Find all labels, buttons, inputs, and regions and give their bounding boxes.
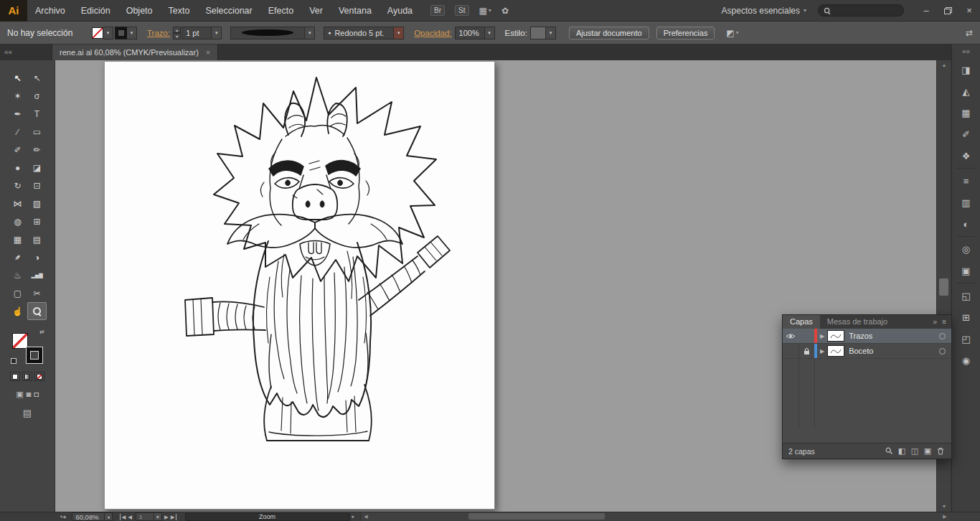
eyedropper-tool[interactable]: ✒: [8, 248, 27, 266]
menu-ayuda[interactable]: Ayuda: [380, 0, 420, 21]
toggle-panels-button[interactable]: ⇄: [966, 28, 973, 38]
lasso-tool[interactable]: σ: [27, 87, 47, 105]
symbol-sprayer-tool[interactable]: ♨: [8, 266, 27, 284]
cs-live-button[interactable]: ✿: [501, 6, 509, 16]
layer-target-circle[interactable]: [939, 333, 946, 339]
horizontal-scroll-thumb[interactable]: [468, 513, 605, 520]
status-flow-icon[interactable]: ↪: [60, 513, 66, 521]
swap-fill-stroke-icon[interactable]: ⇄: [39, 329, 44, 335]
menu-ver[interactable]: Ver: [301, 0, 331, 21]
blob-brush-tool[interactable]: ●: [8, 159, 27, 177]
shape-builder-tool[interactable]: ◍: [8, 212, 27, 230]
paintbrush-tool[interactable]: ✐: [8, 141, 27, 159]
color-guide-panel-icon[interactable]: ◭: [952, 80, 980, 102]
lock-toggle[interactable]: [798, 329, 814, 343]
bridge-button[interactable]: Br: [430, 5, 445, 16]
line-segment-tool[interactable]: ∕: [8, 123, 27, 141]
color-mode-button[interactable]: [10, 372, 20, 381]
gradient-mode-button[interactable]: [22, 372, 32, 381]
rotate-tool[interactable]: ↻: [8, 177, 27, 194]
layers-panel-icon[interactable]: ◱: [952, 285, 980, 306]
arrange-documents-button[interactable]: ▦ ▾: [479, 6, 491, 16]
stroke-indicator[interactable]: [27, 347, 42, 363]
collapse-toolbar-icon[interactable]: ««: [0, 44, 52, 60]
scale-tool[interactable]: ⊡: [27, 177, 47, 194]
draw-behind-button[interactable]: ◙: [27, 390, 32, 399]
menu-ventana[interactable]: Ventana: [331, 0, 380, 21]
new-sublayer-button[interactable]: ◫: [908, 446, 921, 456]
tab-capas[interactable]: Capas: [783, 315, 820, 329]
zoom-level-dropdown[interactable]: ▾: [105, 512, 113, 521]
minimize-button[interactable]: –: [915, 0, 937, 22]
layer-name[interactable]: Trazos: [849, 332, 939, 340]
artboard[interactable]: [104, 61, 495, 510]
width-profile-dropdown[interactable]: ▾: [305, 27, 315, 39]
menu-efecto[interactable]: Efecto: [260, 0, 301, 21]
mesh-tool[interactable]: ▦: [8, 230, 27, 248]
tab-close-icon[interactable]: ×: [206, 48, 210, 57]
width-profile-field[interactable]: [230, 27, 305, 39]
delete-layer-button[interactable]: [934, 447, 947, 455]
horizontal-scrollbar[interactable]: ◀ ▶: [360, 512, 950, 521]
zoom-level-field[interactable]: 60,08%: [72, 512, 105, 521]
column-graph-tool[interactable]: ▂▅▇: [27, 266, 47, 284]
brush-definition-dropdown[interactable]: ▾: [394, 27, 404, 39]
layer-thumbnail[interactable]: [827, 330, 844, 342]
opacity-panel-link[interactable]: Opacidad:: [414, 29, 451, 37]
layer-row-trazos[interactable]: ▶Trazos: [783, 329, 951, 344]
expand-layer-icon[interactable]: ▶: [820, 348, 824, 355]
scroll-left-icon[interactable]: ◀: [361, 512, 371, 521]
draw-inside-button[interactable]: ◘: [34, 390, 39, 399]
graphic-styles-panel-icon[interactable]: ▣: [952, 260, 980, 281]
last-artboard-button[interactable]: ▶: [171, 514, 176, 520]
fill-color-dropdown[interactable]: ▾: [103, 27, 113, 39]
preferences-button[interactable]: Preferencias: [656, 27, 715, 39]
first-artboard-button[interactable]: ◀: [120, 514, 126, 520]
rectangle-tool[interactable]: ▭: [27, 123, 47, 141]
stock-button[interactable]: St: [455, 5, 468, 16]
zoom-level-control[interactable]: 60,08% ▾: [72, 512, 113, 521]
style-swatch[interactable]: [530, 27, 546, 39]
fill-color-swatch[interactable]: [92, 27, 103, 39]
direct-selection-tool[interactable]: ↖: [27, 69, 47, 87]
selection-tool[interactable]: ↖: [8, 69, 27, 87]
menu-edicin[interactable]: Edición: [73, 0, 118, 21]
gradient-tool[interactable]: ▤: [27, 230, 47, 248]
stroke-color-dropdown[interactable]: ▾: [127, 27, 137, 39]
document-tab[interactable]: rene.ai al 60,08% (CMYK/Previsualizar) ×: [52, 44, 218, 60]
fit-document-button[interactable]: Ajustar documento: [569, 27, 649, 39]
artboards-panel-icon[interactable]: ⊞: [952, 306, 980, 328]
navigator-panel-icon[interactable]: ◰: [952, 328, 980, 349]
scroll-right-icon[interactable]: ▶: [940, 512, 950, 521]
workspace-switcher[interactable]: Aspectos esenciales ▾: [722, 6, 806, 16]
stroke-panel-link[interactable]: Trazo:: [147, 29, 170, 37]
layer-thumbnail[interactable]: [827, 345, 844, 357]
status-flyout-icon[interactable]: ▸: [352, 514, 355, 520]
tab-mesas-de-trabajo[interactable]: Mesas de trabajo: [820, 315, 895, 329]
zoom-tool[interactable]: [27, 302, 47, 320]
layer-row-boceto[interactable]: ▶Boceto: [783, 344, 951, 359]
opacity-field[interactable]: 100%: [455, 27, 485, 39]
layer-target-circle[interactable]: [939, 348, 946, 355]
artboard-tool[interactable]: ▢: [8, 284, 27, 302]
stepper-down-icon[interactable]: ▾: [173, 33, 181, 39]
perspective-grid-tool[interactable]: ⊞: [27, 212, 47, 230]
slice-tool[interactable]: ✂: [27, 284, 47, 302]
visibility-toggle[interactable]: [783, 329, 798, 343]
magic-wand-tool[interactable]: ✶: [8, 87, 27, 105]
swatches-panel-icon[interactable]: ▦: [952, 102, 980, 123]
previous-artboard-button[interactable]: ◀: [128, 514, 132, 520]
style-dropdown[interactable]: ▾: [546, 27, 556, 39]
default-fill-stroke-icon[interactable]: [11, 358, 17, 364]
menu-texto[interactable]: Texto: [161, 0, 198, 21]
fill-indicator[interactable]: [12, 333, 28, 349]
blend-tool[interactable]: ◑: [27, 248, 47, 266]
close-button[interactable]: ×: [958, 0, 980, 22]
menu-archivo[interactable]: Archivo: [27, 0, 73, 21]
info-panel-icon[interactable]: ◉: [952, 349, 980, 371]
artboard-number-dropdown[interactable]: ▾: [154, 512, 162, 521]
expand-dock-icon[interactable]: ««: [952, 44, 980, 59]
stroke-weight-field[interactable]: 1 pt: [182, 27, 212, 39]
opacity-dropdown[interactable]: ▾: [485, 27, 495, 39]
layer-name[interactable]: Boceto: [849, 347, 939, 355]
